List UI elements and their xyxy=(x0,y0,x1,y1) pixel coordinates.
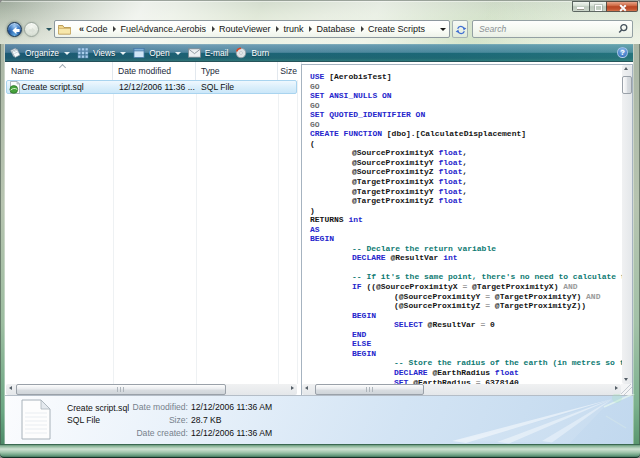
code-line: RETURNS int xyxy=(310,215,623,225)
breadcrumb-create-scripts[interactable]: Create Scripts xyxy=(368,21,425,37)
address-bar[interactable]: « Code FuelAdvance.Aerobis RouteViewer t… xyxy=(54,20,450,38)
email-label: E-mail xyxy=(205,48,229,58)
column-header-type[interactable]: Type xyxy=(196,62,278,80)
burn-button[interactable]: Burn xyxy=(232,44,273,62)
code-line: IF ((@SourceProximityX = @TargetProximit… xyxy=(310,282,623,292)
code-line: @SourceProximityY float, xyxy=(310,158,623,168)
burn-icon xyxy=(235,47,247,59)
preview-vscroll-thumb[interactable] xyxy=(622,76,632,94)
column-header-size-label: Size xyxy=(280,66,297,76)
column-gridline xyxy=(278,80,279,384)
breadcrumb-separator-icon[interactable] xyxy=(309,26,312,32)
code-line: BEGIN xyxy=(310,311,623,321)
breadcrumb-separator-icon[interactable] xyxy=(361,26,364,32)
breadcrumb-trunk[interactable]: trunk xyxy=(283,21,303,37)
code-line: BEGIN xyxy=(310,349,623,359)
chevron-down-icon xyxy=(64,52,70,55)
views-button[interactable]: Views xyxy=(74,44,130,62)
sql-preview-text[interactable]: USE [AerobisTest]GOSET ANSI_NULLS ONGOSE… xyxy=(302,65,623,384)
search-box[interactable]: Search xyxy=(472,20,633,38)
code-line: SET ANSI_NULLS ON xyxy=(310,91,623,101)
maximize-icon xyxy=(595,5,602,11)
file-type: SQL File xyxy=(201,81,234,94)
code-line: DECLARE @ResultVar int xyxy=(310,253,623,263)
breadcrumb-separator-icon[interactable] xyxy=(113,26,116,32)
code-line: (@SourceProximityZ = @TargetProximityZ)) xyxy=(310,301,623,311)
column-gridline xyxy=(196,80,197,384)
back-button[interactable] xyxy=(7,22,22,37)
window-border-left xyxy=(0,44,5,444)
breadcrumb-fueladvance[interactable]: FuelAdvance.Aerobis xyxy=(121,21,207,37)
code-line: -- If it's the same point, there's no ne… xyxy=(310,272,623,282)
column-header-date-modified[interactable]: Date modified xyxy=(113,62,196,80)
open-label: Open xyxy=(149,48,170,58)
scroll-left-icon[interactable] xyxy=(9,386,12,390)
window-border-right xyxy=(633,44,640,444)
organize-button[interactable]: Organize xyxy=(6,44,74,62)
preview-vertical-scrollbar[interactable] xyxy=(622,65,632,384)
code-line: GO xyxy=(310,120,623,130)
chevron-down-icon xyxy=(120,52,126,55)
code-line: ( xyxy=(310,139,623,149)
close-icon xyxy=(619,4,626,11)
help-button[interactable]: ? xyxy=(617,47,628,58)
burn-label: Burn xyxy=(251,48,269,58)
chevron-down-icon xyxy=(175,52,181,55)
email-icon xyxy=(188,48,201,58)
list-horizontal-scrollbar[interactable] xyxy=(6,384,297,395)
swoosh-decoration xyxy=(430,394,640,446)
preview-hscroll-thumb[interactable] xyxy=(315,384,424,395)
forward-arrow-icon xyxy=(27,25,38,36)
code-line: SELECT @ResultVar = 0 xyxy=(310,320,623,330)
breadcrumb-overflow[interactable]: « xyxy=(79,21,84,37)
details-date-modified-label: Date modified: xyxy=(60,402,188,412)
scroll-left-icon[interactable] xyxy=(305,386,308,390)
file-row-create-script[interactable]: Create script.sql 12/12/2006 11:36 ... S… xyxy=(6,80,297,94)
forward-button[interactable] xyxy=(24,22,39,37)
file-page-icon xyxy=(21,399,51,440)
code-line: ELSE xyxy=(310,339,623,349)
window-border-bottom xyxy=(0,444,640,458)
details-date-created-value: 12/12/2006 11:36 AM xyxy=(191,428,272,438)
column-header-name[interactable]: Name xyxy=(5,62,113,80)
open-icon xyxy=(133,47,145,59)
breadcrumb-separator-icon[interactable] xyxy=(276,26,279,32)
code-line: BEGIN xyxy=(310,234,623,244)
breadcrumb-code[interactable]: Code xyxy=(86,21,108,37)
scroll-right-icon[interactable] xyxy=(291,386,294,390)
breadcrumb-separator-icon[interactable] xyxy=(212,26,215,32)
list-hscroll-thumb[interactable] xyxy=(16,384,226,395)
refresh-button[interactable] xyxy=(452,20,468,38)
code-line: GO xyxy=(310,82,623,92)
scroll-up-icon[interactable] xyxy=(624,67,628,70)
explorer-window: « Code FuelAdvance.Aerobis RouteViewer t… xyxy=(0,0,640,458)
organize-icon xyxy=(9,47,21,59)
search-icon[interactable] xyxy=(617,23,629,35)
code-line: @SourceProximityZ float, xyxy=(310,167,623,177)
scroll-right-icon[interactable] xyxy=(615,386,618,390)
recent-pages-dropdown[interactable] xyxy=(46,28,52,31)
maximize-button[interactable] xyxy=(589,1,606,12)
code-line: @TargetProximityY float, xyxy=(310,187,623,197)
details-size-label: Size: xyxy=(60,415,188,425)
views-label: Views xyxy=(93,48,115,58)
close-button[interactable] xyxy=(606,1,638,12)
email-button[interactable]: E-mail xyxy=(185,44,233,62)
code-line: @TargetProximityX float, xyxy=(310,177,623,187)
code-line: CREATE FUNCTION [dbo].[CalculateDisplace… xyxy=(310,129,623,139)
code-line xyxy=(310,263,623,273)
details-date-created-label: Date created: xyxy=(60,428,188,438)
details-date-modified-value: 12/12/2006 11:36 AM xyxy=(191,402,272,412)
breadcrumb-routeviewer[interactable]: RouteViewer xyxy=(219,21,270,37)
breadcrumb-database[interactable]: Database xyxy=(316,21,355,37)
sql-file-icon xyxy=(9,81,21,94)
minimize-button[interactable] xyxy=(572,1,589,12)
address-dropdown-button[interactable] xyxy=(436,21,449,37)
column-gridline xyxy=(113,80,114,384)
open-button[interactable]: Open xyxy=(130,44,185,62)
column-header-name-label: Name xyxy=(11,66,34,76)
column-header-size[interactable]: Size xyxy=(278,62,302,80)
scroll-down-icon[interactable] xyxy=(624,378,628,381)
code-line: DECLARE @EarthRadius float xyxy=(310,368,623,378)
refresh-icon xyxy=(452,21,469,38)
